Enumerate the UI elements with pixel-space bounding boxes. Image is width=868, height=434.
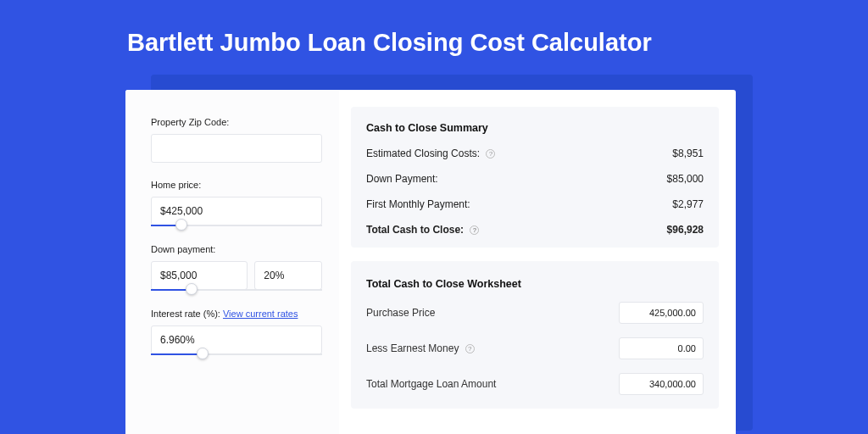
summary-value: $85,000 <box>667 173 704 185</box>
page-title: Bartlett Jumbo Loan Closing Cost Calcula… <box>0 0 868 57</box>
zip-input[interactable] <box>151 134 322 163</box>
worksheet-input-earnest-money[interactable] <box>619 337 704 359</box>
help-icon[interactable]: ? <box>486 149 495 159</box>
worksheet-label: Purchase Price <box>366 307 435 319</box>
down-payment-pct-input[interactable] <box>254 261 322 290</box>
interest-label-text: Interest rate (%): <box>151 309 220 319</box>
down-payment-input[interactable] <box>151 261 248 290</box>
interest-label: Interest rate (%): View current rates <box>151 309 322 319</box>
summary-title: Cash to Close Summary <box>366 122 704 134</box>
summary-label: First Monthly Payment: <box>366 198 470 210</box>
calculator-card: Property Zip Code: Home price: Down paym… <box>125 90 736 434</box>
summary-value: $2,977 <box>672 198 704 210</box>
worksheet-row-purchase-price: Purchase Price <box>351 302 719 337</box>
zip-field-group: Property Zip Code: <box>151 117 322 163</box>
summary-box: Cash to Close Summary Estimated Closing … <box>351 107 719 248</box>
summary-total-value: $96,928 <box>667 224 704 236</box>
input-panel: Property Zip Code: Home price: Down paym… <box>125 90 339 434</box>
zip-label: Property Zip Code: <box>151 117 322 127</box>
summary-row-down-payment: Down Payment: $85,000 <box>366 173 704 185</box>
summary-value: $8,951 <box>672 147 704 159</box>
summary-label: Down Payment: <box>366 173 438 185</box>
home-price-slider[interactable] <box>151 225 322 227</box>
summary-total-label: Total Cash to Close: <box>366 224 464 236</box>
worksheet-row-mortgage-amount: Total Mortgage Loan Amount <box>351 373 719 409</box>
down-payment-slider[interactable] <box>151 290 322 292</box>
down-payment-label: Down payment: <box>151 244 322 254</box>
worksheet-label: Less Earnest Money <box>366 342 459 354</box>
summary-row-total: Total Cash to Close: ? $96,928 <box>366 224 704 236</box>
results-panel: Cash to Close Summary Estimated Closing … <box>339 90 736 434</box>
worksheet-box: Total Cash to Close Worksheet Purchase P… <box>351 261 719 409</box>
interest-slider[interactable] <box>151 354 322 356</box>
down-payment-field-group: Down payment: <box>151 244 322 292</box>
interest-field-group: Interest rate (%): View current rates <box>151 309 322 356</box>
summary-label: Estimated Closing Costs: <box>366 147 480 159</box>
slider-thumb[interactable] <box>186 283 198 295</box>
view-rates-link[interactable]: View current rates <box>223 309 298 319</box>
worksheet-label: Total Mortgage Loan Amount <box>366 378 496 390</box>
home-price-field-group: Home price: <box>151 180 322 227</box>
slider-thumb[interactable] <box>175 219 187 231</box>
summary-row-closing-costs: Estimated Closing Costs: ? $8,951 <box>366 147 704 159</box>
worksheet-input-mortgage-amount[interactable] <box>619 373 704 395</box>
worksheet-row-earnest-money: Less Earnest Money ? <box>351 337 719 373</box>
slider-thumb[interactable] <box>197 348 209 359</box>
help-icon[interactable]: ? <box>470 225 479 235</box>
summary-row-first-payment: First Monthly Payment: $2,977 <box>366 198 704 210</box>
home-price-label: Home price: <box>151 180 322 190</box>
worksheet-input-purchase-price[interactable] <box>619 302 704 324</box>
help-icon[interactable]: ? <box>465 344 475 353</box>
worksheet-title: Total Cash to Close Worksheet <box>351 275 719 302</box>
interest-input[interactable] <box>151 326 322 354</box>
